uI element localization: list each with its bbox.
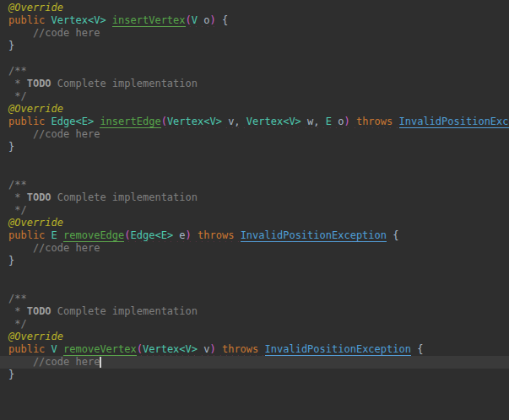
code-token-par: (: [161, 116, 167, 127]
code-line: }: [0, 369, 509, 381]
code-token-todo: TODO: [27, 191, 51, 203]
code-token-typ: Vertex<V>: [167, 116, 222, 127]
code-token-com: Complete implementation: [51, 305, 198, 317]
code-token-mth: insertVertex: [112, 14, 186, 27]
code-token-com: */: [8, 318, 27, 330]
code-token-def: v: [198, 343, 209, 355]
code-token-def: [192, 229, 198, 241]
code-token-mth: removeEdge: [63, 229, 124, 242]
code-token-mth: removeVertex: [63, 343, 137, 356]
code-line: * TODO Complete implementation: [0, 78, 509, 90]
code-line: [0, 267, 509, 280]
code-line: * TODO Complete implementation: [0, 191, 509, 204]
code-token-par: ): [209, 343, 215, 355]
code-token-par: (: [137, 343, 143, 355]
code-line: public E removeEdge(Edge<E> e) throws In…: [0, 229, 509, 242]
code-token-ann: @Override: [8, 331, 63, 342]
code-token-com: /**: [8, 293, 27, 304]
code-token-com: *: [8, 305, 27, 317]
code-line: //code here: [0, 27, 509, 40]
code-line: */: [0, 90, 509, 103]
code-token-com: */: [8, 90, 27, 102]
code-line: @Override: [0, 2, 509, 14]
code-line: * TODO Complete implementation: [0, 305, 509, 318]
code-token-typ: V: [192, 14, 198, 26]
code-token-todo: TODO: [27, 78, 51, 89]
code-token-typ: E: [51, 229, 57, 241]
code-token-par: (: [186, 14, 192, 26]
code-line: [0, 166, 509, 179]
code-token-kw: public: [8, 343, 51, 355]
code-line-current: //code here: [0, 356, 509, 369]
code-token-com: */: [8, 204, 27, 216]
code-token-par: ): [344, 116, 349, 127]
code-token-com: Complete implementation: [51, 78, 198, 89]
code-token-com: /**: [8, 179, 27, 191]
code-token-def: e: [173, 229, 185, 241]
code-line: /**: [0, 179, 509, 191]
code-token-com: //code here: [8, 128, 100, 140]
code-line: */: [0, 204, 509, 217]
code-line: }: [0, 40, 509, 52]
code-line: public Edge<E> insertEdge(Vertex<V> v, V…: [0, 116, 509, 128]
code-token-def: v,: [222, 116, 246, 127]
code-token-def: {: [411, 343, 423, 355]
code-token-typ: Vertex<V>: [246, 116, 301, 127]
code-token-exc: InvalidPositionException: [241, 229, 387, 242]
code-token-def: w,: [301, 116, 326, 127]
code-line: @Override: [0, 331, 509, 343]
code-token-typ: Vertex<V>: [143, 343, 198, 355]
code-token-par: ): [186, 229, 192, 241]
code-token-def: {: [216, 14, 228, 26]
code-token-typ: Edge<E>: [51, 116, 95, 127]
code-token-kw: throws: [222, 343, 258, 355]
code-token-def: [393, 116, 398, 127]
code-token-def: [234, 229, 240, 241]
code-token-def: }: [8, 40, 14, 51]
code-line: [0, 52, 509, 65]
code-token-typ: V: [51, 343, 57, 355]
code-line: //code here: [0, 128, 509, 141]
code-token-typ: E: [326, 116, 332, 127]
code-editor[interactable]: @Overridepublic Vertex<V> insertVertex(V…: [0, 0, 509, 420]
code-token-par: ): [209, 14, 215, 26]
code-token-def: o: [332, 116, 344, 127]
code-token-com: //code here: [8, 242, 100, 254]
code-line: }: [0, 141, 509, 153]
code-token-def: }: [8, 255, 14, 267]
code-line: */: [0, 318, 509, 331]
code-line: [0, 280, 509, 293]
code-line: /**: [0, 65, 509, 78]
code-token-typ: Edge<E>: [131, 229, 174, 241]
code-token-com: //code here: [8, 27, 100, 39]
code-token-def: }: [8, 369, 14, 380]
code-token-com: /**: [8, 65, 27, 77]
code-token-kw: public: [8, 116, 51, 127]
code-token-def: o: [198, 14, 209, 26]
code-token-todo: TODO: [27, 305, 51, 317]
code-token-def: [106, 14, 112, 26]
code-line: [0, 153, 509, 166]
code-token-com: *: [8, 78, 27, 89]
code-token-com: Complete implementation: [51, 191, 198, 203]
code-token-com: //code here: [8, 356, 100, 368]
code-token-typ: Vertex<V>: [51, 14, 106, 26]
code-token-def: {: [387, 229, 398, 241]
code-token-mth: insertEdge: [100, 116, 160, 128]
code-token-kw: public: [8, 14, 51, 26]
code-token-def: [258, 343, 264, 355]
code-token-kw: throws: [356, 116, 393, 127]
code-line: @Override: [0, 103, 509, 116]
code-token-exc: InvalidPositionExcep: [399, 116, 509, 128]
code-line: @Override: [0, 217, 509, 229]
code-token-def: [57, 343, 63, 355]
code-token-kw: public: [8, 229, 51, 241]
code-token-ann: @Override: [8, 2, 63, 13]
code-token-ann: @Override: [8, 217, 63, 229]
code-line: /**: [0, 293, 509, 305]
code-token-exc: InvalidPositionException: [265, 343, 411, 356]
code-line: public V removeVertex(Vertex<V> v) throw…: [0, 343, 509, 356]
code-token-def: }: [8, 141, 14, 153]
code-line: //code here: [0, 242, 509, 255]
code-token-def: [57, 229, 63, 241]
